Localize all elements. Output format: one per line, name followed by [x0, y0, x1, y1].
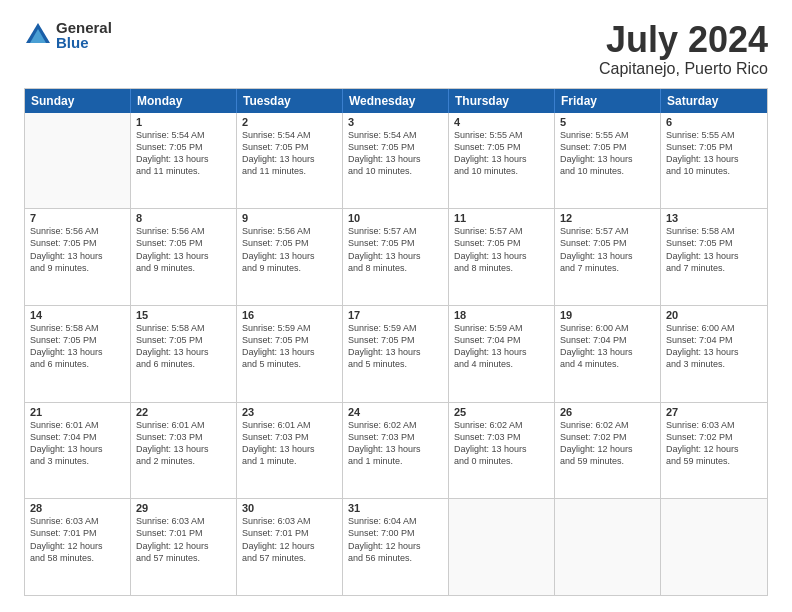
day-number: 11: [454, 212, 549, 224]
calendar-body: 1Sunrise: 5:54 AM Sunset: 7:05 PM Daylig…: [25, 113, 767, 595]
calendar-week: 28Sunrise: 6:03 AM Sunset: 7:01 PM Dayli…: [25, 499, 767, 595]
day-number: 28: [30, 502, 125, 514]
calendar-header-cell: Wednesday: [343, 89, 449, 113]
calendar-cell: 8Sunrise: 5:56 AM Sunset: 7:05 PM Daylig…: [131, 209, 237, 305]
calendar-cell: 6Sunrise: 5:55 AM Sunset: 7:05 PM Daylig…: [661, 113, 767, 209]
calendar-cell: 21Sunrise: 6:01 AM Sunset: 7:04 PM Dayli…: [25, 403, 131, 499]
calendar-cell: 26Sunrise: 6:02 AM Sunset: 7:02 PM Dayli…: [555, 403, 661, 499]
day-info: Sunrise: 6:01 AM Sunset: 7:03 PM Dayligh…: [242, 419, 337, 468]
calendar-cell: 4Sunrise: 5:55 AM Sunset: 7:05 PM Daylig…: [449, 113, 555, 209]
day-number: 2: [242, 116, 337, 128]
calendar-cell: 16Sunrise: 5:59 AM Sunset: 7:05 PM Dayli…: [237, 306, 343, 402]
day-number: 21: [30, 406, 125, 418]
calendar: SundayMondayTuesdayWednesdayThursdayFrid…: [24, 88, 768, 596]
calendar-header-cell: Monday: [131, 89, 237, 113]
day-info: Sunrise: 5:54 AM Sunset: 7:05 PM Dayligh…: [136, 129, 231, 178]
header: General Blue July 2024 Capitanejo, Puert…: [24, 20, 768, 78]
calendar-cell: 14Sunrise: 5:58 AM Sunset: 7:05 PM Dayli…: [25, 306, 131, 402]
calendar-cell: 20Sunrise: 6:00 AM Sunset: 7:04 PM Dayli…: [661, 306, 767, 402]
calendar-cell: [449, 499, 555, 595]
logo-general: General: [56, 20, 112, 35]
logo-icon: [24, 21, 52, 49]
logo: General Blue: [24, 20, 112, 50]
day-number: 16: [242, 309, 337, 321]
day-number: 9: [242, 212, 337, 224]
day-info: Sunrise: 6:00 AM Sunset: 7:04 PM Dayligh…: [560, 322, 655, 371]
day-info: Sunrise: 5:55 AM Sunset: 7:05 PM Dayligh…: [454, 129, 549, 178]
calendar-week: 21Sunrise: 6:01 AM Sunset: 7:04 PM Dayli…: [25, 403, 767, 500]
day-info: Sunrise: 5:56 AM Sunset: 7:05 PM Dayligh…: [30, 225, 125, 274]
calendar-cell: 19Sunrise: 6:00 AM Sunset: 7:04 PM Dayli…: [555, 306, 661, 402]
calendar-cell: 31Sunrise: 6:04 AM Sunset: 7:00 PM Dayli…: [343, 499, 449, 595]
calendar-cell: 28Sunrise: 6:03 AM Sunset: 7:01 PM Dayli…: [25, 499, 131, 595]
day-info: Sunrise: 6:01 AM Sunset: 7:04 PM Dayligh…: [30, 419, 125, 468]
calendar-header-cell: Friday: [555, 89, 661, 113]
day-number: 27: [666, 406, 762, 418]
subtitle: Capitanejo, Puerto Rico: [599, 60, 768, 78]
calendar-header-cell: Tuesday: [237, 89, 343, 113]
day-number: 20: [666, 309, 762, 321]
calendar-cell: 7Sunrise: 5:56 AM Sunset: 7:05 PM Daylig…: [25, 209, 131, 305]
day-number: 12: [560, 212, 655, 224]
day-info: Sunrise: 5:58 AM Sunset: 7:05 PM Dayligh…: [30, 322, 125, 371]
calendar-cell: 17Sunrise: 5:59 AM Sunset: 7:05 PM Dayli…: [343, 306, 449, 402]
day-number: 25: [454, 406, 549, 418]
day-info: Sunrise: 6:01 AM Sunset: 7:03 PM Dayligh…: [136, 419, 231, 468]
calendar-header-cell: Thursday: [449, 89, 555, 113]
calendar-cell: 13Sunrise: 5:58 AM Sunset: 7:05 PM Dayli…: [661, 209, 767, 305]
day-number: 17: [348, 309, 443, 321]
calendar-cell: 10Sunrise: 5:57 AM Sunset: 7:05 PM Dayli…: [343, 209, 449, 305]
day-info: Sunrise: 5:59 AM Sunset: 7:05 PM Dayligh…: [242, 322, 337, 371]
day-number: 7: [30, 212, 125, 224]
day-info: Sunrise: 5:58 AM Sunset: 7:05 PM Dayligh…: [136, 322, 231, 371]
day-number: 5: [560, 116, 655, 128]
day-info: Sunrise: 6:03 AM Sunset: 7:01 PM Dayligh…: [136, 515, 231, 564]
day-number: 10: [348, 212, 443, 224]
calendar-header-cell: Sunday: [25, 89, 131, 113]
page: General Blue July 2024 Capitanejo, Puert…: [0, 0, 792, 612]
day-number: 30: [242, 502, 337, 514]
day-number: 1: [136, 116, 231, 128]
day-number: 4: [454, 116, 549, 128]
calendar-cell: 5Sunrise: 5:55 AM Sunset: 7:05 PM Daylig…: [555, 113, 661, 209]
day-info: Sunrise: 5:57 AM Sunset: 7:05 PM Dayligh…: [454, 225, 549, 274]
calendar-header-cell: Saturday: [661, 89, 767, 113]
day-number: 18: [454, 309, 549, 321]
day-info: Sunrise: 6:03 AM Sunset: 7:02 PM Dayligh…: [666, 419, 762, 468]
day-number: 19: [560, 309, 655, 321]
calendar-cell: 1Sunrise: 5:54 AM Sunset: 7:05 PM Daylig…: [131, 113, 237, 209]
day-number: 26: [560, 406, 655, 418]
day-info: Sunrise: 5:57 AM Sunset: 7:05 PM Dayligh…: [348, 225, 443, 274]
day-number: 8: [136, 212, 231, 224]
calendar-cell: 29Sunrise: 6:03 AM Sunset: 7:01 PM Dayli…: [131, 499, 237, 595]
day-info: Sunrise: 5:59 AM Sunset: 7:05 PM Dayligh…: [348, 322, 443, 371]
day-number: 24: [348, 406, 443, 418]
calendar-week: 1Sunrise: 5:54 AM Sunset: 7:05 PM Daylig…: [25, 113, 767, 210]
day-number: 14: [30, 309, 125, 321]
calendar-cell: 11Sunrise: 5:57 AM Sunset: 7:05 PM Dayli…: [449, 209, 555, 305]
calendar-cell: 23Sunrise: 6:01 AM Sunset: 7:03 PM Dayli…: [237, 403, 343, 499]
calendar-cell: 22Sunrise: 6:01 AM Sunset: 7:03 PM Dayli…: [131, 403, 237, 499]
day-number: 31: [348, 502, 443, 514]
calendar-cell: 2Sunrise: 5:54 AM Sunset: 7:05 PM Daylig…: [237, 113, 343, 209]
day-number: 29: [136, 502, 231, 514]
day-info: Sunrise: 5:54 AM Sunset: 7:05 PM Dayligh…: [242, 129, 337, 178]
day-info: Sunrise: 5:58 AM Sunset: 7:05 PM Dayligh…: [666, 225, 762, 274]
calendar-cell: 30Sunrise: 6:03 AM Sunset: 7:01 PM Dayli…: [237, 499, 343, 595]
day-number: 15: [136, 309, 231, 321]
calendar-cell: 3Sunrise: 5:54 AM Sunset: 7:05 PM Daylig…: [343, 113, 449, 209]
day-info: Sunrise: 5:55 AM Sunset: 7:05 PM Dayligh…: [666, 129, 762, 178]
day-info: Sunrise: 6:03 AM Sunset: 7:01 PM Dayligh…: [242, 515, 337, 564]
day-number: 22: [136, 406, 231, 418]
day-number: 6: [666, 116, 762, 128]
calendar-week: 7Sunrise: 5:56 AM Sunset: 7:05 PM Daylig…: [25, 209, 767, 306]
day-info: Sunrise: 6:04 AM Sunset: 7:00 PM Dayligh…: [348, 515, 443, 564]
calendar-cell: 25Sunrise: 6:02 AM Sunset: 7:03 PM Dayli…: [449, 403, 555, 499]
calendar-cell: 15Sunrise: 5:58 AM Sunset: 7:05 PM Dayli…: [131, 306, 237, 402]
calendar-cell: [25, 113, 131, 209]
day-number: 3: [348, 116, 443, 128]
calendar-cell: 9Sunrise: 5:56 AM Sunset: 7:05 PM Daylig…: [237, 209, 343, 305]
calendar-header-row: SundayMondayTuesdayWednesdayThursdayFrid…: [25, 89, 767, 113]
calendar-cell: 24Sunrise: 6:02 AM Sunset: 7:03 PM Dayli…: [343, 403, 449, 499]
day-info: Sunrise: 6:02 AM Sunset: 7:03 PM Dayligh…: [348, 419, 443, 468]
